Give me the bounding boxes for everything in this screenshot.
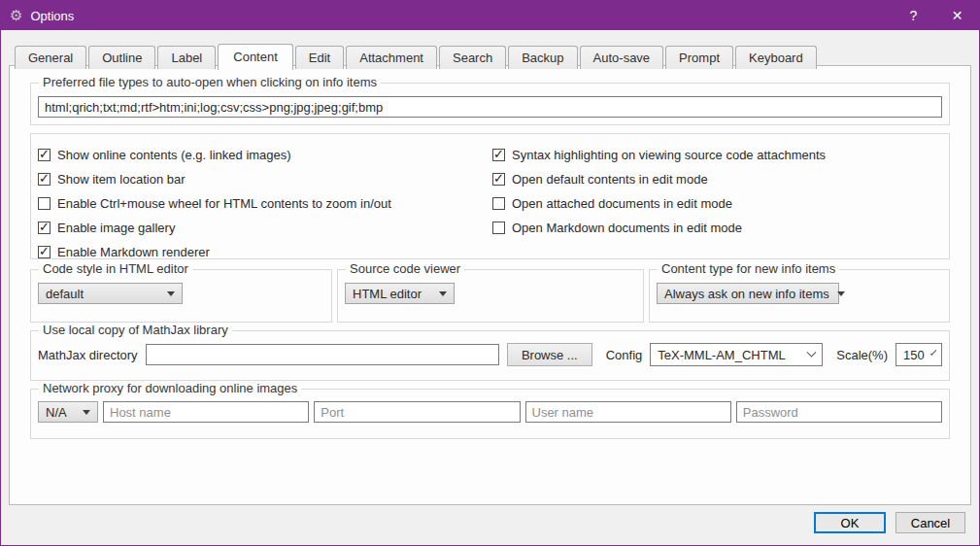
proxy-host-input[interactable] <box>103 401 309 423</box>
tab-keyboard[interactable]: Keyboard <box>735 46 817 69</box>
checkbox-icon[interactable] <box>38 149 51 161</box>
combo-row: Code style in HTML editor default Source… <box>30 269 950 323</box>
proxy-groupbox: Network proxy for downloading online ima… <box>30 389 950 439</box>
mathjax-directory-label: MathJax directory <box>38 348 138 362</box>
config-value: TeX-MML-AM_CHTML <box>658 348 785 362</box>
dropdown-arrow-icon <box>167 291 175 296</box>
mathjax-groupbox: Use local copy of MathJax library MathJa… <box>30 330 950 381</box>
checkbox-icon[interactable] <box>492 197 505 210</box>
source-viewer-value: HTML editor <box>353 287 422 301</box>
dropdown-arrow-icon <box>83 410 90 415</box>
chevron-down-icon <box>930 349 937 356</box>
dropdown-arrow-icon <box>439 291 447 296</box>
checkbox-icon[interactable] <box>38 246 51 258</box>
dropdown-arrow-icon <box>837 291 845 296</box>
content-type-group-label: Content type for new info items <box>658 261 839 276</box>
checkbox-open-markdown-documents-edit[interactable]: Open Markdown documents in edit mode <box>492 216 942 240</box>
tab-edit[interactable]: Edit <box>295 46 344 69</box>
tab-attachment[interactable]: Attachment <box>346 46 437 69</box>
scale-dropdown[interactable]: 150 <box>896 343 942 366</box>
tab-content[interactable]: Content <box>218 44 293 70</box>
options-column-left: Show online contents (e.g. linked images… <box>38 143 492 258</box>
scale-value: 150 <box>903 348 925 362</box>
mathjax-row: MathJax directory Browse ... Config TeX-… <box>38 343 942 366</box>
checkbox-show-item-location-bar[interactable]: Show item location bar <box>38 167 492 191</box>
help-button[interactable]: ? <box>892 1 935 30</box>
checkbox-icon[interactable] <box>492 149 505 161</box>
checkbox-icon[interactable] <box>492 222 505 234</box>
checkbox-icon[interactable] <box>38 173 51 186</box>
titlebar: ⚙ Options ? ✕ <box>1 1 979 30</box>
content-type-groupbox: Content type for new info items Always a… <box>649 269 950 323</box>
tab-label[interactable]: Label <box>157 46 216 69</box>
config-label: Config <box>606 348 643 362</box>
checkbox-icon[interactable] <box>38 222 51 234</box>
checkbox-show-online-contents[interactable]: Show online contents (e.g. linked images… <box>38 143 492 167</box>
code-style-value: default <box>46 287 84 301</box>
options-column-right: Syntax highlighting on viewing source co… <box>492 143 942 258</box>
source-viewer-dropdown[interactable]: HTML editor <box>345 283 455 304</box>
proxy-password-input[interactable] <box>736 401 942 423</box>
code-style-group-label: Code style in HTML editor <box>39 261 192 276</box>
cancel-button[interactable]: Cancel <box>896 512 965 533</box>
scale-label: Scale(%) <box>836 348 888 362</box>
checkbox-icon[interactable] <box>38 197 51 210</box>
file-types-group-label: Preferred file types to auto-open when c… <box>39 75 381 89</box>
proxy-type-dropdown[interactable]: N/A <box>38 401 98 423</box>
proxy-port-input[interactable] <box>314 401 520 423</box>
mathjax-group-label: Use local copy of MathJax library <box>39 323 232 337</box>
file-types-input[interactable] <box>38 96 942 118</box>
proxy-type-value: N/A <box>46 405 67 420</box>
options-frame: Show online contents (e.g. linked images… <box>30 133 950 259</box>
tab-search[interactable]: Search <box>439 46 506 69</box>
window-title: Options <box>30 9 74 23</box>
checkbox-enable-image-gallery[interactable]: Enable image gallery <box>38 216 492 240</box>
content-type-dropdown[interactable]: Always ask on new info items <box>657 283 839 304</box>
tab-backup[interactable]: Backup <box>508 46 577 69</box>
checkbox-syntax-highlighting[interactable]: Syntax highlighting on viewing source co… <box>492 143 942 167</box>
dialog-footer: OK Cancel <box>814 512 965 533</box>
config-dropdown[interactable]: TeX-MML-AM_CHTML <box>650 343 823 366</box>
gear-icon: ⚙ <box>10 7 22 24</box>
checkbox-open-attached-documents-edit[interactable]: Open attached documents in edit mode <box>492 191 942 216</box>
file-types-groupbox: Preferred file types to auto-open when c… <box>30 83 950 125</box>
tab-bar: General Outline Label Content Edit Attac… <box>15 43 971 68</box>
ok-button[interactable]: OK <box>814 512 886 533</box>
content-tab-page: Preferred file types to auto-open when c… <box>9 65 971 505</box>
options-dialog: { "titlebar": { "title": "Options", "hel… <box>0 0 980 546</box>
close-button[interactable]: ✕ <box>935 1 979 30</box>
tab-outline[interactable]: Outline <box>88 46 155 69</box>
proxy-group-label: Network proxy for downloading online ima… <box>39 381 301 395</box>
tab-general[interactable]: General <box>15 46 86 69</box>
code-style-dropdown[interactable]: default <box>38 283 183 304</box>
proxy-row: N/A <box>38 401 942 423</box>
source-viewer-group-label: Source code viewer <box>346 261 464 276</box>
checkbox-icon[interactable] <box>492 173 505 186</box>
chevron-down-icon <box>807 347 817 357</box>
content-type-value: Always ask on new info items <box>664 287 829 301</box>
browse-button[interactable]: Browse ... <box>507 343 592 366</box>
source-viewer-groupbox: Source code viewer HTML editor <box>337 269 644 323</box>
checkbox-ctrl-mouse-wheel-zoom[interactable]: Enable Ctrl+mouse wheel for HTML content… <box>38 191 492 216</box>
code-style-groupbox: Code style in HTML editor default <box>30 269 332 323</box>
tab-prompt[interactable]: Prompt <box>665 46 733 69</box>
tab-auto-save[interactable]: Auto-save <box>580 46 664 69</box>
checkbox-open-default-contents-edit[interactable]: Open default contents in edit mode <box>492 167 942 191</box>
proxy-user-input[interactable] <box>525 401 731 423</box>
mathjax-directory-input[interactable] <box>146 344 499 365</box>
